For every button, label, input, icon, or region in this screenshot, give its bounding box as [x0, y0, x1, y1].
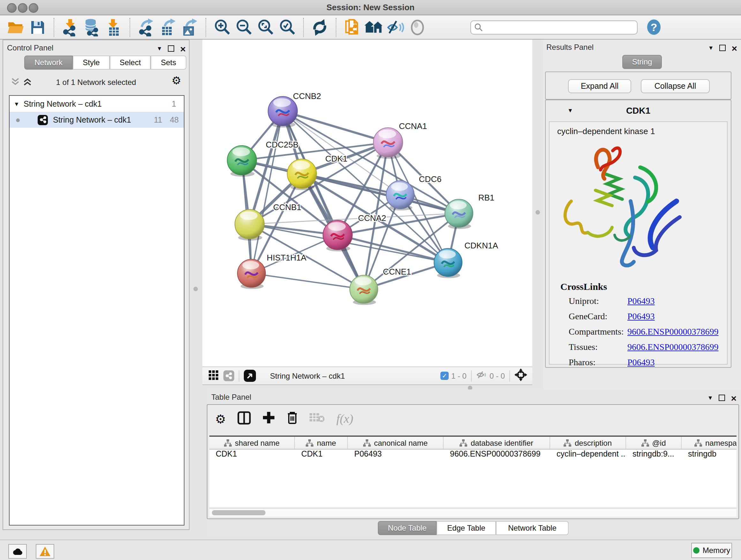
- network-node-cdc25b[interactable]: [227, 145, 257, 177]
- add-column-icon[interactable]: [262, 411, 275, 427]
- panel-menu-icon[interactable]: ▼: [708, 395, 713, 401]
- table-row[interactable]: CDK1CDK1P064939606.ENSP00000378699cyclin…: [209, 449, 737, 462]
- crosslink-link[interactable]: 9606.ENSP00000378699: [627, 327, 718, 337]
- network-node-ccna1[interactable]: [374, 128, 403, 159]
- column-header-shared-name[interactable]: shared name: [209, 437, 295, 449]
- import-table-button[interactable]: [104, 17, 123, 37]
- grid-view-icon[interactable]: [209, 370, 218, 381]
- tab-sets[interactable]: Sets: [151, 56, 186, 70]
- cloud-status-button[interactable]: [8, 544, 27, 559]
- table-cell[interactable]: cyclin–dependent ...: [550, 449, 626, 462]
- database-icon: [83, 18, 101, 36]
- tab-network[interactable]: Network: [24, 56, 73, 70]
- network-edge[interactable]: [252, 111, 283, 273]
- refresh-button[interactable]: [310, 17, 329, 37]
- crosslink-link[interactable]: P06493: [627, 358, 655, 368]
- network-canvas[interactable]: CCNB2CCNA1CDC25BCDK1CDC6RB1CCNB1CCNA2CDK…: [202, 40, 532, 367]
- birds-eye-view-icon[interactable]: [244, 370, 256, 382]
- selected-checkbox-icon[interactable]: ✓: [441, 372, 449, 380]
- zoom-fit-button[interactable]: [256, 17, 275, 37]
- network-node-rb1[interactable]: [445, 199, 473, 229]
- network-node-ccne1[interactable]: [350, 275, 378, 305]
- network-share-view-icon[interactable]: [223, 370, 234, 381]
- delete-column-icon[interactable]: [286, 411, 298, 427]
- import-network-button[interactable]: [61, 17, 80, 37]
- column-header-description[interactable]: description: [550, 437, 626, 449]
- network-collection-row[interactable]: ▼ String Network – cdk1 1: [10, 96, 184, 112]
- network-node-ccnb1[interactable]: [235, 209, 264, 241]
- show-columns-icon[interactable]: [238, 411, 251, 427]
- tab-edge-table[interactable]: Edge Table: [436, 521, 496, 535]
- zoom-in-button[interactable]: [212, 17, 232, 37]
- table-options-gear-icon[interactable]: ⚙: [215, 413, 226, 425]
- collection-expander-icon[interactable]: ▼: [10, 101, 23, 107]
- tab-string[interactable]: String: [622, 55, 662, 69]
- open-session-button[interactable]: [6, 17, 25, 37]
- share-document-button[interactable]: [343, 17, 362, 37]
- tab-node-table[interactable]: Node Table: [378, 521, 436, 535]
- table-horizontal-scrollbar[interactable]: [209, 508, 737, 516]
- close-panel-icon[interactable]: ×: [731, 43, 737, 53]
- tab-network-table[interactable]: Network Table: [496, 521, 569, 535]
- column-header-canonical-name[interactable]: canonical name: [348, 437, 444, 449]
- crosslink-link[interactable]: P06493: [627, 312, 655, 322]
- import-network-from-database-button[interactable]: [82, 17, 102, 37]
- network-edge[interactable]: [252, 273, 364, 289]
- show-all-button[interactable]: [408, 17, 427, 37]
- table-cell[interactable]: P06493: [348, 449, 444, 462]
- column-header-name[interactable]: name: [295, 437, 348, 449]
- node-table[interactable]: shared namenamecanonical namedatabase id…: [209, 435, 737, 507]
- network-node-hist1h1a[interactable]: [238, 259, 266, 289]
- crosslink-link[interactable]: P06493: [627, 296, 655, 307]
- search-input[interactable]: [470, 20, 637, 34]
- close-panel-icon[interactable]: ×: [180, 44, 186, 53]
- table-cell[interactable]: CDK1: [295, 449, 348, 462]
- collapse-all-button[interactable]: Collapse All: [641, 79, 710, 93]
- column-header-namespace[interactable]: namespace: [682, 437, 737, 449]
- refresh-icon: [312, 19, 328, 36]
- left-splitter-handle[interactable]: [193, 287, 198, 291]
- float-panel-icon[interactable]: [168, 45, 174, 52]
- network-edge[interactable]: [283, 111, 388, 142]
- save-session-button[interactable]: [28, 17, 47, 37]
- export-image-button[interactable]: [180, 17, 199, 37]
- network-edge-count: 48: [170, 115, 179, 124]
- hide-selected-button[interactable]: [386, 17, 405, 37]
- control-panel-controls: ▼ ×: [157, 44, 186, 54]
- column-header-database-identifier[interactable]: database identifier: [444, 437, 550, 449]
- expand-all-button[interactable]: Expand All: [568, 79, 631, 93]
- network-node-cdc6[interactable]: [386, 181, 414, 210]
- panel-menu-icon[interactable]: ▼: [708, 45, 714, 51]
- crosslink-label: Compartments:: [569, 327, 627, 337]
- tab-select[interactable]: Select: [110, 56, 151, 70]
- zoom-selected-button[interactable]: [278, 17, 297, 37]
- first-neighbors-button[interactable]: [364, 17, 384, 37]
- network-node-ccna2[interactable]: [323, 220, 352, 252]
- panel-menu-icon[interactable]: ▼: [157, 46, 162, 51]
- toolbar-separator: [54, 17, 54, 37]
- network-options-gear-icon[interactable]: ⚙: [172, 75, 182, 86]
- help-button[interactable]: ?: [644, 17, 663, 37]
- table-cell[interactable]: 9606.ENSP00000378699: [444, 449, 550, 462]
- close-panel-icon[interactable]: ×: [731, 393, 737, 402]
- scrollbar-thumb[interactable]: [212, 510, 266, 515]
- right-splitter-handle[interactable]: [536, 210, 540, 214]
- pan-crosshair-icon[interactable]: [515, 368, 527, 383]
- column-header--id[interactable]: @id: [626, 437, 682, 449]
- network-row-selected[interactable]: ● String Network – cdk1 11 48: [10, 112, 184, 128]
- crosslink-link[interactable]: 9606.ENSP00000378699: [627, 342, 718, 353]
- zoom-out-button[interactable]: [234, 17, 253, 37]
- table-cell[interactable]: stringdb:9...: [626, 449, 682, 462]
- float-panel-icon[interactable]: [719, 45, 726, 51]
- float-panel-icon[interactable]: [719, 395, 725, 401]
- tab-style[interactable]: Style: [73, 56, 110, 70]
- table-cell[interactable]: stringdb: [682, 449, 737, 462]
- node-label-cdc25b: CDC25B: [266, 140, 299, 149]
- export-network-button[interactable]: [137, 17, 156, 37]
- warning-status-button[interactable]: [36, 544, 54, 559]
- table-tabs: Node Table Edge Table Network Table: [378, 521, 569, 535]
- export-table-button[interactable]: [158, 17, 178, 37]
- memory-button[interactable]: Memory: [691, 543, 732, 558]
- table-cell[interactable]: CDK1: [209, 449, 295, 462]
- network-node-cdkn1a[interactable]: [434, 248, 462, 278]
